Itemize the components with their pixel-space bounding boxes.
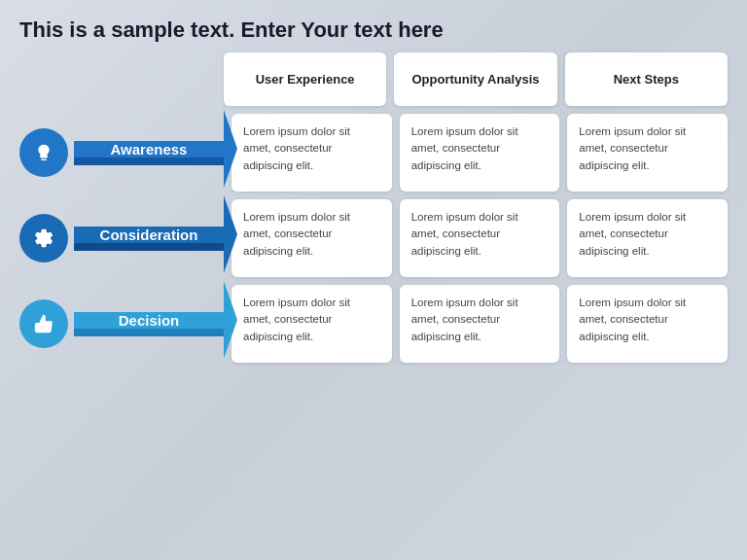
decision-cell-1: Lorem ipsum dolor sit amet, consectetur … (231, 285, 392, 363)
svg-point-2 (41, 145, 47, 153)
consideration-cell-3: Lorem ipsum dolor sit amet, consectetur … (567, 199, 728, 277)
consideration-label: Consideration (74, 227, 224, 243)
col-header-user-experience: User Experience (224, 52, 386, 106)
consideration-cell-2: Lorem ipsum dolor sit amet, consectetur … (400, 199, 560, 277)
awareness-fold (74, 158, 224, 165)
decision-cell-2: Lorem ipsum dolor sit amet, consectetur … (400, 285, 560, 363)
col-header-next-steps: Next Steps (565, 52, 728, 106)
row-awareness: Awareness Lorem ipsum dolor sit amet, co… (19, 114, 728, 192)
awareness-cell-1: Lorem ipsum dolor sit amet, consectetur … (231, 114, 392, 192)
consideration-fold (74, 243, 224, 251)
row-decision: Decision Lorem ipsum dolor sit amet, con… (19, 285, 728, 363)
decision-banner-wrap: Decision (74, 312, 224, 336)
awareness-label-area: Awareness (19, 114, 224, 192)
awareness-banner-wrap: Awareness (74, 141, 224, 165)
decision-label: Decision (74, 312, 224, 329)
awareness-cell-2: Lorem ipsum dolor sit amet, consectetur … (400, 114, 560, 192)
main-layout: User Experience Opportunity Analysis Nex… (0, 52, 747, 372)
decision-cell-3: Lorem ipsum dolor sit amet, consectetur … (567, 285, 728, 363)
consideration-banner-wrap: Consideration (74, 227, 224, 251)
awareness-cell-3: Lorem ipsum dolor sit amet, consectetur … (567, 114, 728, 192)
row-consideration: Consideration Lorem ipsum dolor sit amet… (19, 199, 728, 277)
decision-icon-circle (19, 299, 68, 348)
gear-icon (33, 228, 54, 249)
awareness-icon-circle (19, 128, 68, 177)
decision-fold (74, 329, 224, 336)
thumbsup-icon (33, 313, 54, 334)
bulb-icon (33, 142, 54, 163)
decision-label-area: Decision (19, 285, 224, 363)
svg-rect-3 (41, 155, 47, 158)
consideration-cell-1: Lorem ipsum dolor sit amet, consectetur … (231, 199, 392, 277)
consideration-icon-circle (19, 214, 68, 262)
rows-container: Awareness Lorem ipsum dolor sit amet, co… (19, 114, 728, 363)
consideration-label-area: Consideration (19, 199, 224, 277)
col-header-opportunity-analysis: Opportunity Analysis (394, 52, 556, 106)
column-headers: User Experience Opportunity Analysis Nex… (224, 52, 728, 106)
awareness-label: Awareness (74, 141, 224, 158)
page-title: This is a sample text. Enter Your text h… (0, 0, 747, 52)
